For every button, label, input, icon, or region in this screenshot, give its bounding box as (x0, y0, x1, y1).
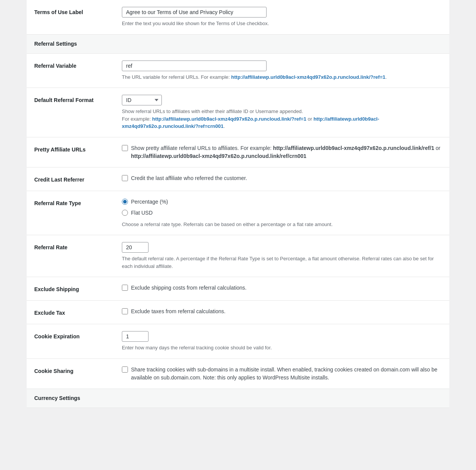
pretty-affiliate-urls-label: Pretty Affiliate URLs (34, 144, 122, 154)
cookie-expiration-label: Cookie Expiration (34, 331, 122, 341)
credit-last-referrer-row: Credit Last Referrer Credit the last aff… (27, 167, 449, 191)
cookie-expiration-input[interactable] (122, 331, 149, 342)
referral-rate-type-description: Choose a referral rate type. Referrals c… (122, 221, 442, 228)
exclude-tax-label: Exclude Tax (34, 307, 122, 317)
cookie-expiration-description: Enter how many days the referral trackin… (122, 344, 442, 352)
cookie-sharing-label: Cookie Sharing (34, 366, 122, 375)
referral-rate-type-flat-row: Flat USD (122, 209, 442, 217)
exclude-tax-content: Exclude taxes from referral calculations… (122, 307, 442, 315)
terms-of-use-input[interactable] (122, 7, 267, 18)
referral-rate-type-label: Referral Rate Type (34, 198, 122, 207)
default-referral-format-select[interactable]: ID Username (122, 95, 162, 105)
referral-rate-type-flat-label[interactable]: Flat USD (131, 209, 153, 217)
terms-of-use-row: Terms of Use Label Enter the text you wo… (27, 0, 449, 35)
exclude-shipping-checkbox[interactable] (122, 285, 128, 291)
exclude-shipping-content: Exclude shipping costs from referral cal… (122, 284, 442, 292)
referral-rate-type-content: Percentage (%) Flat USD Choose a referra… (122, 198, 442, 228)
exclude-shipping-label: Exclude Shipping (34, 284, 122, 293)
referral-settings-header: Referral Settings (27, 35, 449, 54)
referral-rate-label: Referral Rate (34, 242, 122, 252)
referral-variable-row: Referral Variable The URL variable for r… (27, 54, 449, 88)
exclude-tax-checkbox-row: Exclude taxes from referral calculations… (122, 307, 442, 315)
credit-last-referrer-label: Credit Last Referrer (34, 174, 122, 184)
exclude-shipping-checkbox-label: Exclude shipping costs from referral cal… (131, 284, 246, 292)
terms-of-use-label: Terms of Use Label (34, 7, 122, 16)
pretty-affiliate-urls-checkbox-row: Show pretty affiliate referral URLs to a… (122, 144, 442, 160)
exclude-shipping-checkbox-row: Exclude shipping costs from referral cal… (122, 284, 442, 292)
referral-rate-description: The default referral rate. A percentage … (122, 255, 442, 270)
cookie-sharing-row: Cookie Sharing Share tracking cookies wi… (27, 359, 449, 389)
cookie-expiration-row: Cookie Expiration Enter how many days th… (27, 324, 449, 359)
default-referral-format-content: ID Username Show referral URLs to affili… (122, 95, 442, 130)
default-referral-format-label: Default Referral Format (34, 95, 122, 104)
referral-variable-description: The URL variable for referral URLs. For … (122, 73, 442, 81)
credit-last-referrer-checkbox-label: Credit the last affiliate who referred t… (131, 174, 247, 182)
referral-rate-type-percentage-radio[interactable] (122, 199, 128, 205)
referral-rate-type-percentage-row: Percentage (%) (122, 198, 442, 206)
cookie-sharing-checkbox-label: Share tracking cookies with sub-domains … (131, 366, 442, 382)
pretty-affiliate-urls-content: Show pretty affiliate referral URLs to a… (122, 144, 442, 160)
terms-of-use-content: Enter the text you would like shown for … (122, 7, 442, 27)
exclude-shipping-row: Exclude Shipping Exclude shipping costs … (27, 277, 449, 301)
default-referral-format-row: Default Referral Format ID Username Show… (27, 88, 449, 137)
terms-of-use-description: Enter the text you would like shown for … (122, 20, 442, 27)
referral-rate-content: The default referral rate. A percentage … (122, 242, 442, 270)
settings-container: Terms of Use Label Enter the text you wo… (27, 0, 449, 408)
referral-rate-input[interactable] (122, 242, 149, 253)
exclude-tax-row: Exclude Tax Exclude taxes from referral … (27, 301, 449, 324)
credit-last-referrer-checkbox[interactable] (122, 175, 128, 181)
cookie-sharing-checkbox-row: Share tracking cookies with sub-domains … (122, 366, 442, 382)
pretty-affiliate-urls-row: Pretty Affiliate URLs Show pretty affili… (27, 137, 449, 167)
referral-rate-row: Referral Rate The default referral rate.… (27, 235, 449, 277)
exclude-tax-checkbox[interactable] (122, 308, 128, 314)
referral-rate-type-flat-radio[interactable] (122, 210, 128, 216)
cookie-expiration-content: Enter how many days the referral trackin… (122, 331, 442, 352)
pretty-affiliate-urls-checkbox[interactable] (122, 145, 128, 151)
credit-last-referrer-content: Credit the last affiliate who referred t… (122, 174, 442, 182)
referral-variable-input[interactable] (122, 61, 267, 71)
cookie-sharing-content: Share tracking cookies with sub-domains … (122, 366, 442, 382)
pretty-affiliate-urls-checkbox-label: Show pretty affiliate referral URLs to a… (131, 144, 442, 160)
referral-variable-label: Referral Variable (34, 61, 122, 70)
exclude-tax-checkbox-label: Exclude taxes from referral calculations… (131, 307, 225, 315)
currency-settings-header: Currency Settings (27, 389, 449, 408)
currency-settings-header-text: Currency Settings (34, 394, 80, 402)
referral-rate-type-radio-group: Percentage (%) Flat USD (122, 198, 442, 217)
referral-rate-type-row: Referral Rate Type Percentage (%) Flat U… (27, 191, 449, 236)
referral-rate-type-percentage-label[interactable]: Percentage (%) (131, 198, 168, 206)
default-referral-format-description: Show referral URLs to affiliates with ei… (122, 108, 442, 130)
referral-settings-header-text: Referral Settings (34, 40, 77, 48)
cookie-sharing-checkbox[interactable] (122, 366, 128, 373)
referral-variable-content: The URL variable for referral URLs. For … (122, 61, 442, 81)
credit-last-referrer-checkbox-row: Credit the last affiliate who referred t… (122, 174, 442, 182)
